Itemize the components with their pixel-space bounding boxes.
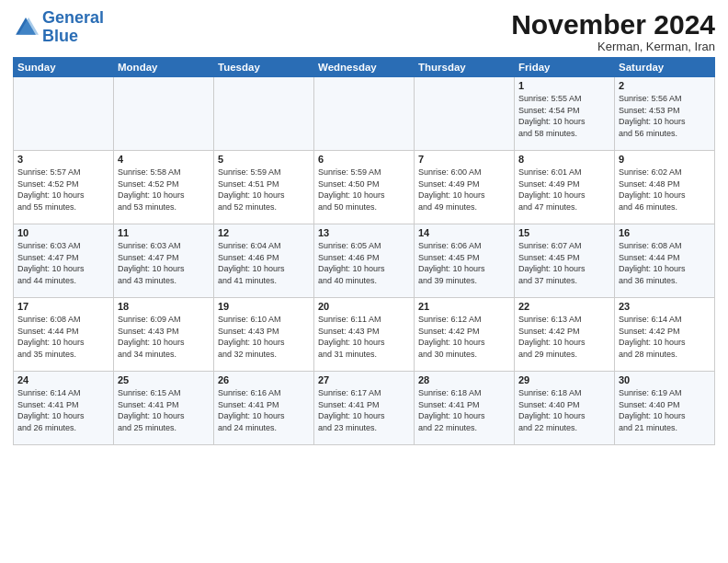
day-cell: 4Sunrise: 5:58 AM Sunset: 4:52 PM Daylig…: [114, 151, 214, 224]
week-row-4: 24Sunrise: 6:14 AM Sunset: 4:41 PM Dayli…: [14, 372, 715, 445]
weekday-header-friday: Friday: [515, 58, 615, 77]
day-cell: 16Sunrise: 6:08 AM Sunset: 4:44 PM Dayli…: [615, 224, 715, 298]
day-number: 13: [318, 227, 410, 238]
day-number: 20: [318, 301, 410, 312]
day-cell: 17Sunrise: 6:08 AM Sunset: 4:44 PM Dayli…: [14, 298, 114, 372]
header: General Blue November 2024 Kerman, Kerma…: [13, 9, 715, 53]
day-cell: 5Sunrise: 5:59 AM Sunset: 4:51 PM Daylig…: [214, 151, 314, 224]
day-cell: [415, 77, 515, 151]
day-number: 30: [619, 374, 711, 385]
day-cell: 3Sunrise: 5:57 AM Sunset: 4:52 PM Daylig…: [14, 151, 114, 224]
day-cell: 18Sunrise: 6:09 AM Sunset: 4:43 PM Dayli…: [114, 298, 214, 372]
page: General Blue November 2024 Kerman, Kerma…: [0, 0, 728, 563]
day-info: Sunrise: 6:18 AM Sunset: 4:41 PM Dayligh…: [418, 387, 510, 433]
title-block: November 2024 Kerman, Kerman, Iran: [511, 9, 715, 53]
week-row-3: 17Sunrise: 6:08 AM Sunset: 4:44 PM Dayli…: [14, 298, 715, 372]
day-cell: [114, 77, 214, 151]
day-cell: 8Sunrise: 6:01 AM Sunset: 4:49 PM Daylig…: [515, 151, 615, 224]
day-info: Sunrise: 6:14 AM Sunset: 4:42 PM Dayligh…: [619, 314, 711, 360]
day-info: Sunrise: 6:07 AM Sunset: 4:45 PM Dayligh…: [518, 240, 610, 286]
logo-icon: [13, 15, 39, 40]
day-info: Sunrise: 5:57 AM Sunset: 4:52 PM Dayligh…: [17, 167, 109, 213]
day-number: 26: [218, 374, 310, 385]
weekday-header-saturday: Saturday: [615, 58, 715, 77]
week-row-2: 10Sunrise: 6:03 AM Sunset: 4:47 PM Dayli…: [14, 224, 715, 298]
weekday-header-row: SundayMondayTuesdayWednesdayThursdayFrid…: [14, 58, 715, 77]
day-cell: 24Sunrise: 6:14 AM Sunset: 4:41 PM Dayli…: [14, 372, 114, 445]
day-cell: 26Sunrise: 6:16 AM Sunset: 4:41 PM Dayli…: [214, 372, 314, 445]
day-info: Sunrise: 6:06 AM Sunset: 4:45 PM Dayligh…: [418, 240, 510, 286]
day-number: 23: [619, 301, 711, 312]
day-number: 2: [619, 80, 711, 91]
day-cell: 14Sunrise: 6:06 AM Sunset: 4:45 PM Dayli…: [415, 224, 515, 298]
day-cell: 10Sunrise: 6:03 AM Sunset: 4:47 PM Dayli…: [14, 224, 114, 298]
day-info: Sunrise: 6:12 AM Sunset: 4:42 PM Dayligh…: [418, 314, 510, 360]
day-number: 12: [218, 227, 310, 238]
day-number: 8: [518, 154, 610, 165]
day-info: Sunrise: 5:56 AM Sunset: 4:53 PM Dayligh…: [619, 93, 711, 139]
day-number: 21: [418, 301, 510, 312]
month-title: November 2024: [511, 9, 715, 40]
logo-line2: Blue: [42, 27, 78, 45]
day-number: 24: [17, 374, 109, 385]
day-number: 6: [318, 154, 410, 165]
day-cell: 15Sunrise: 6:07 AM Sunset: 4:45 PM Dayli…: [515, 224, 615, 298]
day-info: Sunrise: 6:16 AM Sunset: 4:41 PM Dayligh…: [218, 387, 310, 433]
day-info: Sunrise: 6:00 AM Sunset: 4:49 PM Dayligh…: [418, 167, 510, 213]
day-number: 5: [218, 154, 310, 165]
day-number: 28: [418, 374, 510, 385]
day-number: 27: [318, 374, 410, 385]
day-info: Sunrise: 6:09 AM Sunset: 4:43 PM Dayligh…: [118, 314, 210, 360]
day-info: Sunrise: 6:17 AM Sunset: 4:41 PM Dayligh…: [318, 387, 410, 433]
day-cell: 25Sunrise: 6:15 AM Sunset: 4:41 PM Dayli…: [114, 372, 214, 445]
day-number: 7: [418, 154, 510, 165]
day-number: 3: [17, 154, 109, 165]
day-number: 1: [518, 80, 610, 91]
day-info: Sunrise: 6:11 AM Sunset: 4:43 PM Dayligh…: [318, 314, 410, 360]
day-info: Sunrise: 6:15 AM Sunset: 4:41 PM Dayligh…: [118, 387, 210, 433]
day-cell: 22Sunrise: 6:13 AM Sunset: 4:42 PM Dayli…: [515, 298, 615, 372]
day-cell: 29Sunrise: 6:18 AM Sunset: 4:40 PM Dayli…: [515, 372, 615, 445]
logo-text: General Blue: [42, 9, 104, 46]
day-cell: [214, 77, 314, 151]
day-cell: 9Sunrise: 6:02 AM Sunset: 4:48 PM Daylig…: [615, 151, 715, 224]
day-cell: 20Sunrise: 6:11 AM Sunset: 4:43 PM Dayli…: [314, 298, 415, 372]
weekday-header-thursday: Thursday: [415, 58, 515, 77]
day-info: Sunrise: 5:59 AM Sunset: 4:51 PM Dayligh…: [218, 167, 310, 213]
week-row-1: 3Sunrise: 5:57 AM Sunset: 4:52 PM Daylig…: [14, 151, 715, 224]
day-info: Sunrise: 6:03 AM Sunset: 4:47 PM Dayligh…: [17, 240, 109, 286]
day-info: Sunrise: 6:19 AM Sunset: 4:40 PM Dayligh…: [619, 387, 711, 433]
day-cell: 19Sunrise: 6:10 AM Sunset: 4:43 PM Dayli…: [214, 298, 314, 372]
day-cell: 1Sunrise: 5:55 AM Sunset: 4:54 PM Daylig…: [515, 77, 615, 151]
day-number: 9: [619, 154, 711, 165]
day-cell: 2Sunrise: 5:56 AM Sunset: 4:53 PM Daylig…: [615, 77, 715, 151]
day-number: 15: [518, 227, 610, 238]
day-info: Sunrise: 6:04 AM Sunset: 4:46 PM Dayligh…: [218, 240, 310, 286]
week-row-0: 1Sunrise: 5:55 AM Sunset: 4:54 PM Daylig…: [14, 77, 715, 151]
calendar-table: SundayMondayTuesdayWednesdayThursdayFrid…: [13, 57, 715, 445]
day-cell: 11Sunrise: 6:03 AM Sunset: 4:47 PM Dayli…: [114, 224, 214, 298]
day-number: 25: [118, 374, 210, 385]
day-cell: 28Sunrise: 6:18 AM Sunset: 4:41 PM Dayli…: [415, 372, 515, 445]
day-info: Sunrise: 6:13 AM Sunset: 4:42 PM Dayligh…: [518, 314, 610, 360]
day-info: Sunrise: 5:59 AM Sunset: 4:50 PM Dayligh…: [318, 167, 410, 213]
day-info: Sunrise: 6:05 AM Sunset: 4:46 PM Dayligh…: [318, 240, 410, 286]
day-cell: 6Sunrise: 5:59 AM Sunset: 4:50 PM Daylig…: [314, 151, 415, 224]
day-info: Sunrise: 6:03 AM Sunset: 4:47 PM Dayligh…: [118, 240, 210, 286]
weekday-header-sunday: Sunday: [14, 58, 114, 77]
day-info: Sunrise: 6:01 AM Sunset: 4:49 PM Dayligh…: [518, 167, 610, 213]
day-info: Sunrise: 6:10 AM Sunset: 4:43 PM Dayligh…: [218, 314, 310, 360]
day-number: 29: [518, 374, 610, 385]
day-cell: 21Sunrise: 6:12 AM Sunset: 4:42 PM Dayli…: [415, 298, 515, 372]
day-number: 18: [118, 301, 210, 312]
weekday-header-wednesday: Wednesday: [314, 58, 415, 77]
day-number: 4: [118, 154, 210, 165]
day-cell: 13Sunrise: 6:05 AM Sunset: 4:46 PM Dayli…: [314, 224, 415, 298]
day-number: 19: [218, 301, 310, 312]
day-info: Sunrise: 6:02 AM Sunset: 4:48 PM Dayligh…: [619, 167, 711, 213]
day-number: 22: [518, 301, 610, 312]
day-info: Sunrise: 6:08 AM Sunset: 4:44 PM Dayligh…: [619, 240, 711, 286]
day-info: Sunrise: 6:14 AM Sunset: 4:41 PM Dayligh…: [17, 387, 109, 433]
logo-line1: General: [42, 8, 104, 27]
day-number: 16: [619, 227, 711, 238]
